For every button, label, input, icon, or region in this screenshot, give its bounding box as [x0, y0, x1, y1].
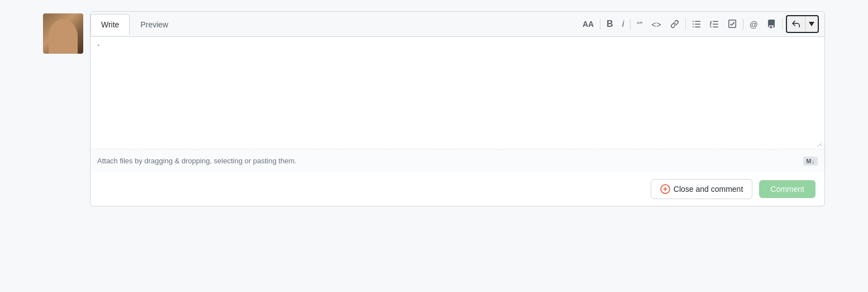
editor-text-area[interactable]: `	[90, 37, 824, 149]
separator-5	[782, 18, 783, 30]
footer-actions: Close and comment Comment	[90, 172, 824, 206]
formatting-icons: AA B i “” <>	[574, 12, 824, 36]
close-and-comment-icon	[660, 184, 670, 194]
close-and-comment-button[interactable]: Close and comment	[651, 179, 753, 199]
markdown-badge: M↓	[803, 157, 818, 166]
editor-cursor: `	[97, 43, 818, 54]
close-and-comment-label: Close and comment	[674, 185, 743, 194]
reply-dropdown[interactable]	[805, 16, 818, 32]
comment-editor-container: Write Preview AA B i “” <>	[43, 11, 825, 206]
separator-4	[743, 18, 743, 30]
tab-preview[interactable]: Preview	[130, 14, 179, 35]
editor-toolbar: Write Preview AA B i “” <>	[90, 12, 824, 37]
editor-tabs: Write Preview	[90, 14, 179, 34]
attach-text: Attach files by dragging & dropping, sel…	[97, 157, 297, 165]
comment-button[interactable]: Comment	[759, 180, 815, 198]
separator-3	[685, 18, 686, 30]
bold-icon[interactable]: B	[604, 18, 616, 30]
attach-files-area[interactable]: Attach files by dragging & dropping, sel…	[90, 149, 824, 172]
editor-wrapper: `	[90, 37, 824, 149]
mention-icon[interactable]: @	[747, 18, 761, 30]
reply-btn-main[interactable]	[787, 16, 805, 32]
ordered-list-icon[interactable]	[707, 18, 722, 30]
heading-icon[interactable]: AA	[580, 18, 597, 30]
italic-icon[interactable]: i	[619, 18, 627, 30]
separator-2	[630, 18, 631, 30]
reference-icon[interactable]	[764, 18, 779, 30]
code-icon[interactable]: <>	[648, 18, 664, 30]
unordered-list-icon[interactable]	[689, 18, 704, 30]
task-list-icon[interactable]	[725, 18, 740, 30]
resize-handle[interactable]	[817, 141, 823, 148]
tab-write[interactable]: Write	[90, 14, 130, 35]
avatar	[43, 13, 83, 54]
link-icon[interactable]	[667, 18, 682, 30]
separator-1	[600, 18, 600, 30]
quote-icon[interactable]: “”	[634, 18, 645, 30]
reply-button[interactable]	[786, 15, 819, 33]
editor-panel: Write Preview AA B i “” <>	[90, 11, 825, 206]
